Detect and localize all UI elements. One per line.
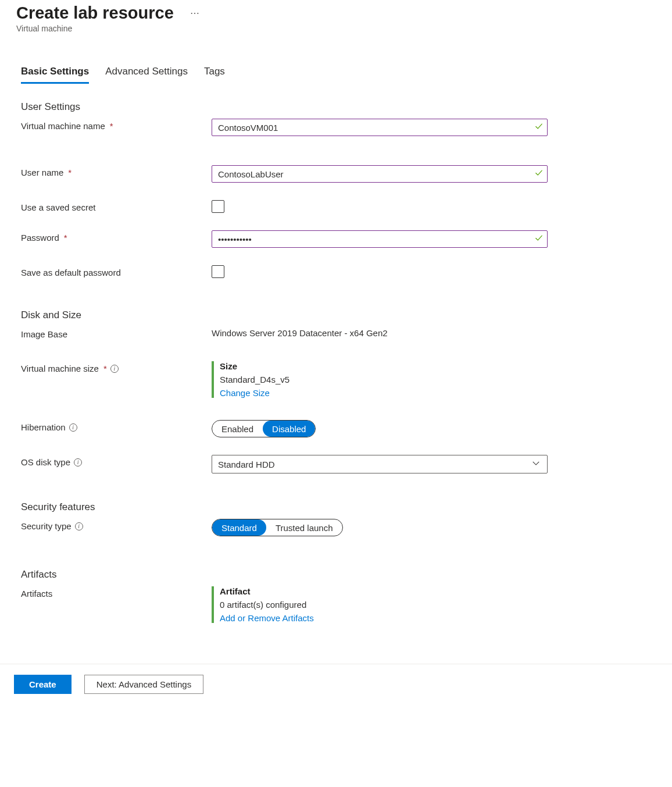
size-title: Size	[220, 361, 548, 371]
required-asterisk: *	[110, 121, 113, 131]
change-size-link[interactable]: Change Size	[220, 388, 270, 398]
required-asterisk: *	[103, 364, 107, 373]
hibernation-toggle: Enabled Disabled	[212, 420, 316, 437]
add-remove-artifacts-link[interactable]: Add or Remove Artifacts	[220, 613, 314, 623]
os-disk-type-label: OS disk type	[21, 457, 70, 467]
tab-tags[interactable]: Tags	[204, 66, 225, 84]
section-security-features: Security features	[21, 501, 656, 513]
info-icon[interactable]: i	[75, 522, 83, 530]
section-disk-and-size: Disk and Size	[21, 309, 656, 321]
artifacts-label: Artifacts	[21, 589, 52, 599]
validation-check-icon	[535, 169, 543, 179]
user-name-input[interactable]	[212, 165, 548, 183]
page-subtitle: Virtual machine	[16, 24, 656, 33]
info-icon[interactable]: i	[69, 423, 77, 432]
page-title: Create lab resource	[16, 3, 174, 23]
password-label: Password	[21, 233, 59, 243]
use-saved-secret-label: Use a saved secret	[21, 202, 95, 212]
os-disk-type-select[interactable]: Standard HDD	[212, 455, 548, 473]
next-advanced-settings-button[interactable]: Next: Advanced Settings	[84, 675, 203, 694]
footer-bar: Create Next: Advanced Settings	[0, 664, 672, 704]
vm-size-label: Virtual machine size	[21, 364, 99, 373]
save-default-password-label: Save as default password	[21, 268, 121, 277]
security-trusted-launch-option[interactable]: Trusted launch	[266, 519, 342, 536]
hibernation-enabled-option[interactable]: Enabled	[212, 421, 263, 437]
artifact-title: Artifact	[220, 586, 548, 596]
vm-size-block: Size Standard_D4s_v5 Change Size	[212, 361, 548, 398]
tab-basic-settings[interactable]: Basic Settings	[21, 66, 89, 84]
artifact-configured-count: 0 artifact(s) configured	[220, 600, 548, 610]
use-saved-secret-checkbox[interactable]	[212, 200, 224, 213]
user-name-label: User name	[21, 168, 63, 177]
chevron-down-icon	[532, 460, 540, 469]
security-type-toggle: Standard Trusted launch	[212, 519, 343, 536]
more-actions-button[interactable]: ⋯	[190, 8, 200, 19]
security-type-label: Security type	[21, 521, 72, 531]
size-value: Standard_D4s_v5	[220, 375, 548, 384]
validation-check-icon	[535, 123, 543, 133]
password-input[interactable]	[212, 230, 548, 248]
security-standard-option[interactable]: Standard	[212, 519, 266, 536]
artifacts-block: Artifact 0 artifact(s) configured Add or…	[212, 586, 548, 623]
image-base-value: Windows Server 2019 Datacenter - x64 Gen…	[212, 327, 548, 338]
validation-check-icon	[535, 234, 543, 244]
info-icon[interactable]: i	[74, 458, 82, 466]
tabs-bar: Basic Settings Advanced Settings Tags	[21, 66, 656, 84]
vm-name-label: Virtual machine name	[21, 121, 105, 131]
section-artifacts: Artifacts	[21, 569, 656, 581]
create-button[interactable]: Create	[14, 675, 72, 694]
tab-advanced-settings[interactable]: Advanced Settings	[105, 66, 188, 84]
hibernation-label: Hibernation	[21, 422, 66, 432]
hibernation-disabled-option[interactable]: Disabled	[263, 421, 315, 437]
save-default-password-checkbox[interactable]	[212, 265, 224, 278]
section-user-settings: User Settings	[21, 101, 656, 113]
required-asterisk: *	[64, 233, 67, 243]
info-icon[interactable]: i	[110, 365, 119, 373]
vm-name-input[interactable]	[212, 119, 548, 136]
image-base-label: Image Base	[21, 329, 67, 339]
os-disk-type-value: Standard HDD	[218, 460, 275, 469]
required-asterisk: *	[68, 168, 72, 177]
